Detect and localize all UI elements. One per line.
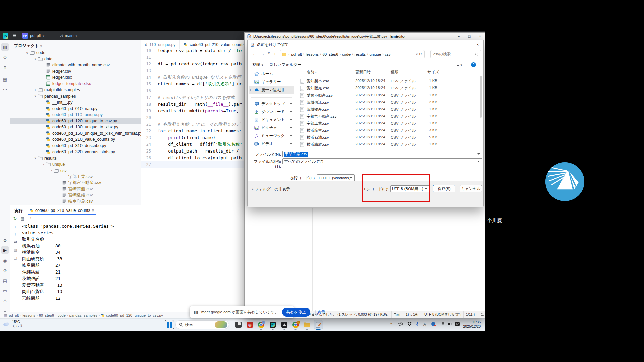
view-mode-icon[interactable]: ≡ ▼ xyxy=(457,63,463,67)
help-icon[interactable]: ? xyxy=(471,62,476,67)
tree-item[interactable]: code60_pd_120_unique_to_csv.py xyxy=(10,118,141,124)
cancel-button[interactable]: キャンセル xyxy=(460,185,482,192)
breadcrumb-item[interactable]: pandas_samples xyxy=(69,313,97,317)
filename-input[interactable]: 宇部工業.csv xyxy=(282,151,482,157)
taskbar-clock[interactable]: 11:352025/12/20 xyxy=(463,320,481,329)
address-breadcrumb-item[interactable]: unique xyxy=(370,52,381,56)
vcs-branch-widget[interactable]: ⎇ main∨ xyxy=(60,31,77,40)
hide-link[interactable]: 非表示 xyxy=(314,310,325,315)
dropbox-tray-icon[interactable] xyxy=(407,322,412,327)
tree-item[interactable]: code60_pd_130_unique_to_xlsx.py xyxy=(10,124,141,130)
project-tool-icon[interactable]: ▥ xyxy=(1,43,9,51)
expand-chevron-icon[interactable]: › xyxy=(250,88,251,92)
up-icon[interactable]: ↑ xyxy=(274,51,276,56)
tree-item[interactable]: 宮崎商船.csv xyxy=(10,186,141,192)
tree-item[interactable]: code60_pd_310_describe.py xyxy=(10,143,141,149)
dialog-titlebar[interactable]: 名前を付けて保存 xyxy=(248,40,483,49)
taskbar-red-app-icon[interactable]: ◎ xyxy=(246,320,254,329)
sidebar-item-music[interactable]: ミュージック xyxy=(249,132,294,140)
address-breadcrumb-item[interactable]: csv xyxy=(385,52,391,56)
more-tools-icon[interactable]: ⋯ xyxy=(1,85,9,94)
file-row[interactable]: 宇都宮不動産.csv2025/12/19 18:24CSV ファイル1 KB xyxy=(296,113,483,120)
packages-tool-icon[interactable]: ▤ xyxy=(1,277,9,285)
taskbar-chrome-icon[interactable] xyxy=(257,320,265,329)
sidebar-item-gallery[interactable]: ギャラリー xyxy=(249,78,294,86)
taskbar-chrome-profile-icon[interactable]: k xyxy=(291,320,300,329)
organize-button[interactable]: 整理 ▼ xyxy=(252,62,264,67)
save-button[interactable]: 保存(S) xyxy=(433,185,455,192)
tray-expand-icon[interactable]: ^ xyxy=(390,322,392,326)
taskbar-explorer-icon[interactable] xyxy=(303,320,311,329)
breadcrumb-overflow-icon[interactable]: « xyxy=(288,52,290,56)
tree-item[interactable]: ∨code xyxy=(10,50,141,56)
expand-chevron-icon[interactable]: › xyxy=(33,88,38,92)
problems-tool-icon[interactable]: ⚠ xyxy=(1,297,9,305)
console-output[interactable]: <class 'pandas.core.series.Series'>value… xyxy=(22,223,114,301)
tree-item[interactable]: code60_pd_210_value_counts.py xyxy=(10,136,141,143)
sidebar-item-video[interactable]: ビデオ xyxy=(249,140,294,148)
status-line-count[interactable]: 1/11 行 xyxy=(463,311,479,318)
file-row[interactable]: 愛知販売.csv2025/12/19 18:24CSV ファイル1 KB xyxy=(296,85,483,92)
main-menu-icon[interactable]: ☰ xyxy=(13,31,16,40)
filetype-select[interactable]: すべてのファイル (*.*) xyxy=(282,158,482,164)
expand-chevron-icon[interactable]: ∨ xyxy=(25,51,30,54)
taskbar-emeditor-icon[interactable] xyxy=(314,320,323,329)
ime-keyboard-icon[interactable] xyxy=(455,322,460,327)
volume-icon[interactable] xyxy=(448,322,452,327)
address-breadcrumb-item[interactable]: results xyxy=(354,52,366,56)
expand-chevron-icon[interactable]: ∨ xyxy=(49,169,54,172)
list-scrollbar[interactable] xyxy=(480,76,482,118)
breadcrumb-item[interactable]: pd_plt xyxy=(9,313,19,317)
maximize-icon[interactable]: □ xyxy=(464,33,474,40)
tree-item[interactable]: code60_pd_010_nan.py xyxy=(10,106,141,112)
weather-widget[interactable]: 15°Cくもり xyxy=(3,320,23,328)
emeditor-titlebar[interactable]: D:\projects\lessons\pd_plt\lessons\60_st… xyxy=(245,33,485,40)
sidebar-item-onedrive[interactable]: ›慶一 - 個人用 xyxy=(249,86,294,94)
tree-item[interactable]: ledger_template.xlsx xyxy=(10,81,141,87)
sidebar-item-document[interactable]: ドキュメント xyxy=(249,116,294,124)
editor-tab[interactable]: code60_pd_210_value_counts.py xyxy=(180,40,254,49)
sidebar-item-download[interactable]: ダウンロード xyxy=(249,108,294,116)
tree-item[interactable]: ∨results xyxy=(10,155,141,162)
commit-tool-icon[interactable]: ⊙ xyxy=(1,53,9,61)
tree-item[interactable]: code60_pd_320_various_stats.py xyxy=(10,149,141,155)
tree-item[interactable]: ∨csv xyxy=(10,168,141,174)
file-row[interactable]: 愛知製本.csv2025/12/19 18:24CSV ファイル1 KB xyxy=(296,78,483,85)
services-tool-icon[interactable]: ⊘ xyxy=(1,266,9,275)
breadcrumb-address[interactable]: «pd_plt›lessons›60_step6›code›results›un… xyxy=(280,50,425,58)
wifi-icon[interactable] xyxy=(441,322,445,326)
refresh-icon[interactable]: ⟳ xyxy=(419,52,422,56)
status-cursor-pos[interactable]: 1行, 1桁 xyxy=(403,311,421,318)
file-row[interactable]: 茨城信託.csv2025/12/19 18:24CSV ファイル2 KB xyxy=(296,99,483,106)
start-button[interactable] xyxy=(165,320,174,329)
sidebar-item-picture[interactable]: ピクチャ xyxy=(249,124,294,132)
breadcrumb-item[interactable]: 60_step6 xyxy=(39,313,54,317)
new-folder-button[interactable]: 新しいフォルダー xyxy=(270,62,301,67)
sidebar-item-home[interactable]: ホーム xyxy=(249,70,294,78)
terminal-tool-icon[interactable]: ▭ xyxy=(1,287,9,295)
editor-tab[interactable]: d_110_unique.py xyxy=(141,40,180,49)
column-header[interactable]: サイズ xyxy=(427,70,439,75)
forward-icon[interactable]: → xyxy=(260,51,265,56)
pull-requests-icon[interactable]: ⋔ xyxy=(1,63,9,71)
tree-item[interactable]: ∨unique xyxy=(10,161,141,168)
onedrive-tray-icon[interactable] xyxy=(398,322,403,326)
meet-presenting-tray-icon[interactable] xyxy=(431,322,435,327)
address-breadcrumb-item[interactable]: code xyxy=(342,52,351,56)
address-dropdown-icon[interactable]: ∨ xyxy=(416,53,418,56)
status-char-count[interactable]: 5 文字 xyxy=(450,311,465,318)
expand-chevron-icon[interactable]: ∨ xyxy=(33,157,38,160)
debug-tool-icon[interactable]: ◉ xyxy=(1,257,9,265)
address-breadcrumb-item[interactable]: pd_plt xyxy=(291,52,302,56)
tree-item[interactable]: __init__.py xyxy=(10,99,141,106)
pycharm-logo-icon[interactable]: PC xyxy=(3,31,8,40)
tree-item[interactable]: ledger.csv xyxy=(10,68,141,75)
close-tab-icon[interactable]: × xyxy=(92,208,94,213)
status-doc-type[interactable]: Text xyxy=(391,311,403,318)
file-row[interactable]: 愛媛不動産.csv2025/12/19 18:24CSV ファイル1 KB xyxy=(296,92,483,99)
tree-item[interactable]: ledger.xlsx xyxy=(10,74,141,81)
address-breadcrumb-item[interactable]: 60_step6 xyxy=(322,52,338,56)
stop-sharing-button[interactable]: 共有を停止 xyxy=(282,308,310,317)
settings-icon[interactable]: ⚙ xyxy=(1,236,9,244)
column-header[interactable]: 名前 ^ xyxy=(307,70,316,75)
